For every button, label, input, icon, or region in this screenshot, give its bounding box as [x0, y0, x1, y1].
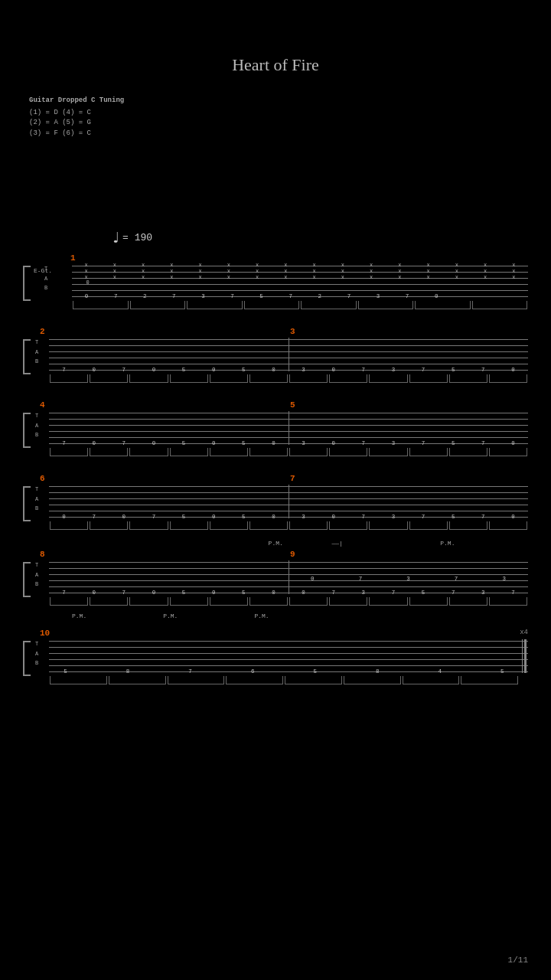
section-4-5: 4 5 TAB 7070505030737570 — [23, 400, 528, 460]
staff-1: TAB xxxxxxxxxxxxxxxx — [72, 253, 528, 313]
measure-number-2: 2 — [40, 327, 45, 336]
page-container: Heart of Fire Guitar Dropped C Tuning (1… — [0, 0, 551, 980]
bracket-2 — [23, 339, 31, 374]
pm-label-4: P.M. — [163, 612, 178, 619]
page-number: 1/11 — [508, 956, 528, 965]
section-6-7: 6 7 TAB 0707505030737570 — [23, 474, 528, 534]
page-title: Heart of Fire — [0, 0, 551, 90]
bracket-5 — [23, 562, 31, 597]
bracket-3 — [23, 413, 31, 448]
pm-label-5: P.M. — [254, 612, 269, 619]
tuning-string-2: (2) = A (5) = G — [29, 118, 124, 129]
pm-annotations-2: P.M. P.M. P.M. — [23, 612, 528, 619]
section-8-9: 8 9 TAB 07373 — [23, 550, 528, 609]
pm-label-2: P.M. — [440, 540, 455, 547]
measure-number-6: 6 — [40, 474, 45, 483]
pm-label-3: P.M. — [72, 612, 86, 619]
pm-label-1: P.M. — [269, 540, 283, 547]
instrument-label: E-Gt. — [34, 267, 52, 274]
pm-annotations-1: P.M. ——| P.M. — [23, 540, 528, 547]
tempo-value: = 190 — [122, 232, 152, 243]
tuning-string-3: (3) = F (6) = C — [29, 129, 124, 139]
section-10: 10 x4 TAB — [23, 629, 528, 688]
tuning-label: Guitar Dropped C Tuning — [29, 96, 124, 106]
bracket-6 — [23, 641, 31, 676]
section-1: 1 E-Gt. TAB — [23, 253, 528, 313]
tuning-string-1: (1) = D (4) = C — [29, 108, 124, 119]
section-2-3: 2 3 TAB — [23, 327, 528, 387]
tuning-info: Guitar Dropped C Tuning (1) = D (4) = C … — [29, 96, 124, 139]
bracket-1 — [23, 266, 31, 301]
tempo-note-icon: ♩ — [111, 228, 120, 247]
bracket-4 — [23, 486, 31, 521]
measure-number-4: 4 — [40, 400, 45, 410]
measure-number-8: 8 — [40, 550, 45, 559]
